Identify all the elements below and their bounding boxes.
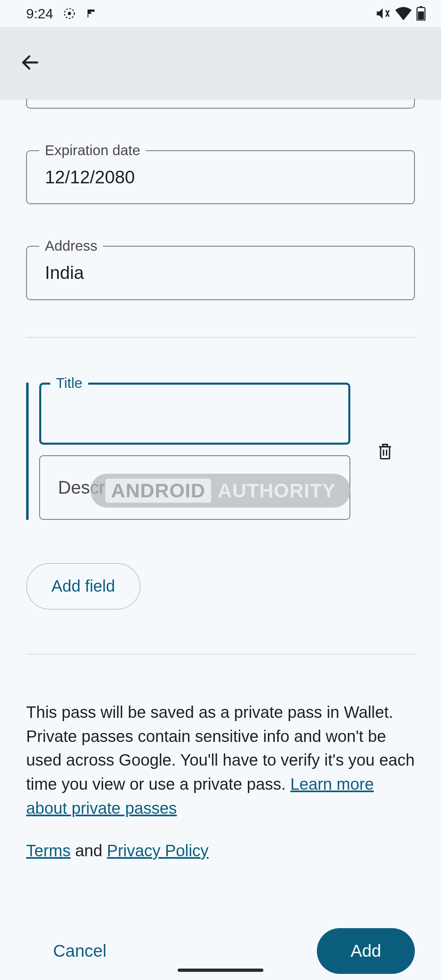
arrow-back-icon [20, 52, 41, 73]
private-pass-info: This pass will be saved as a private pas… [26, 700, 415, 820]
status-time: 9:24 [26, 6, 53, 22]
status-bar: 9:24 [0, 0, 441, 27]
and-text: and [71, 842, 107, 860]
partial-field-bottom-border [26, 99, 415, 109]
address-value: India [27, 247, 414, 299]
gesture-nav-handle[interactable] [178, 969, 263, 972]
legal-links: Terms and Privacy Policy [26, 838, 415, 863]
delete-custom-field-button[interactable] [371, 383, 399, 520]
form-content: Expiration date 12/12/2080 Address India… [0, 99, 441, 974]
expiration-date-field[interactable]: Expiration date 12/12/2080 [26, 150, 415, 204]
section-divider-2 [26, 654, 415, 655]
cancel-label: Cancel [53, 941, 107, 960]
back-button[interactable] [20, 52, 41, 75]
wifi-icon [395, 7, 412, 20]
title-label: Title [50, 375, 88, 391]
status-right [375, 6, 425, 21]
svg-rect-4 [418, 11, 424, 20]
add-field-button[interactable]: Add field [26, 563, 140, 610]
add-field-label: Add field [51, 577, 115, 595]
status-left: 9:24 [26, 6, 96, 22]
app-bar [0, 27, 441, 100]
watermark-part2: AUTHORITY [218, 479, 336, 502]
section-divider [26, 337, 415, 338]
expiration-date-value: 12/12/2080 [27, 151, 414, 203]
svg-rect-3 [420, 6, 423, 7]
address-field[interactable]: Address India [26, 246, 415, 300]
focus-indicator-bar [26, 383, 29, 520]
watermark-part1: ANDROID [105, 479, 211, 503]
expiration-date-label: Expiration date [39, 142, 146, 158]
address-label: Address [39, 238, 103, 254]
trash-icon [376, 441, 394, 461]
svg-point-1 [68, 12, 71, 15]
add-label: Add [351, 941, 381, 960]
add-button[interactable]: Add [317, 928, 415, 974]
bottom-action-bar: Cancel Add [26, 928, 415, 974]
title-input[interactable]: Title [39, 383, 350, 445]
mute-icon [375, 6, 390, 21]
privacy-link[interactable]: Privacy Policy [107, 842, 209, 860]
flag-icon [86, 8, 96, 19]
target-icon [63, 7, 76, 20]
battery-icon [416, 6, 425, 21]
terms-link[interactable]: Terms [26, 842, 71, 860]
watermark: ANDROID AUTHORITY [91, 474, 350, 508]
cancel-button[interactable]: Cancel [49, 933, 111, 969]
